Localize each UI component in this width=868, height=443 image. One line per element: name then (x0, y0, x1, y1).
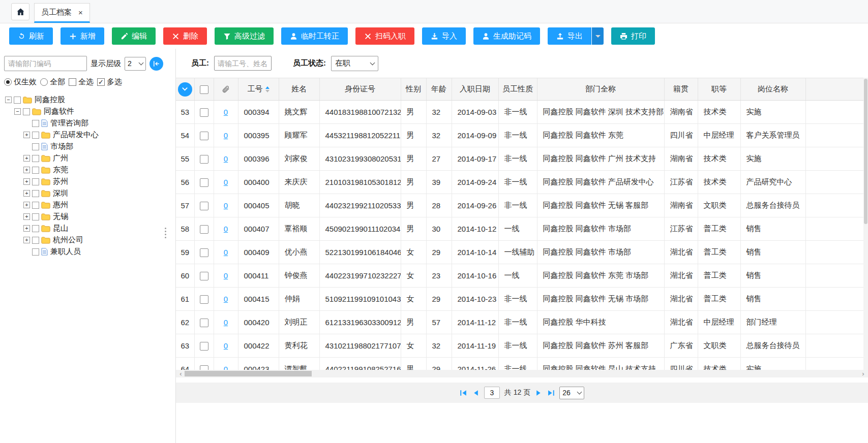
attachment-count-link[interactable]: 0 (224, 201, 228, 210)
export-button-dropdown[interactable] (592, 27, 604, 45)
level-select[interactable]: 2 (125, 57, 146, 71)
horizontal-scrollbar[interactable]: ‹ › (176, 370, 868, 377)
row-checkbox[interactable] (200, 132, 208, 140)
collapse-sidebar-button[interactable] (149, 57, 163, 71)
row-checkbox[interactable] (200, 342, 208, 351)
column-header-8[interactable]: 籍贯 (664, 78, 698, 101)
expand-toggle-icon[interactable]: + (23, 167, 30, 173)
column-header-4[interactable]: 年龄 (426, 78, 452, 101)
expand-toggle-icon[interactable]: + (23, 178, 30, 185)
expand-toggle-icon[interactable]: + (23, 155, 30, 162)
column-header-7[interactable]: 部门全称 (537, 78, 664, 101)
collapse-toggle-icon[interactable]: − (14, 108, 21, 115)
tree-node[interactable]: +广州 (4, 152, 171, 164)
expand-toggle-icon[interactable]: + (23, 190, 30, 197)
table-row[interactable]: 540000395顾耀军445321198812052211男322014-09… (176, 124, 868, 147)
row-checkbox[interactable] (200, 202, 208, 210)
attachment-count-link[interactable]: 0 (224, 248, 228, 257)
row-checkbox[interactable] (200, 225, 208, 234)
refresh-button[interactable]: 刷新 (9, 27, 53, 45)
row-checkbox[interactable] (200, 178, 208, 187)
tree-node[interactable]: 市场部 (4, 141, 171, 152)
tree-node[interactable]: −同鑫控股 (4, 94, 171, 106)
tree-node-checkbox[interactable] (32, 225, 39, 232)
table-row[interactable]: 640000423谭智麒440221199108252716男292014-11… (176, 358, 868, 370)
attachment-count-link[interactable]: 0 (224, 225, 228, 233)
generate-mnemonic-button[interactable]: 生成助记码 (473, 27, 540, 45)
column-header-6[interactable]: 员工性质 (498, 78, 537, 101)
tree-node[interactable]: +无锡 (4, 211, 171, 223)
employee-search-input[interactable] (214, 56, 272, 71)
row-checkbox[interactable] (200, 319, 208, 327)
tree-node-checkbox[interactable] (32, 202, 39, 209)
all-radio[interactable]: 全部 (40, 77, 65, 87)
expand-toggle-icon[interactable]: + (23, 237, 30, 243)
table-row[interactable]: 530000394姚文辉440183198810072132男322014-09… (176, 101, 868, 124)
tree-node[interactable]: +惠州 (4, 199, 171, 211)
prev-page-button[interactable] (472, 390, 480, 396)
first-page-button[interactable] (460, 390, 467, 396)
expand-toggle-icon[interactable]: + (23, 213, 30, 220)
tree-node[interactable]: +昆山 (4, 223, 171, 234)
sort-icon[interactable] (265, 86, 270, 92)
tree-node[interactable]: +深圳 (4, 187, 171, 199)
select-all-checkbox[interactable]: 全选 (69, 77, 94, 87)
next-page-button[interactable] (535, 390, 543, 396)
table-row[interactable]: 610000415仲娟510921199109101043女292014-10-… (176, 288, 868, 311)
table-row[interactable]: 570000405胡晓440232199211020533男282014-09-… (176, 194, 868, 217)
attachment-count-link[interactable]: 0 (224, 341, 228, 350)
tree-node[interactable]: −同鑫软件 (4, 106, 171, 117)
home-button[interactable] (11, 3, 29, 20)
attachment-count-link[interactable]: 0 (224, 365, 228, 370)
horizontal-scrollbar-thumb[interactable] (185, 371, 312, 376)
attachment-count-link[interactable]: 0 (224, 178, 228, 186)
row-checkbox[interactable] (200, 248, 208, 257)
tree-node[interactable]: +杭州公司 (4, 234, 171, 246)
collapse-toggle-icon[interactable]: − (5, 97, 12, 103)
tree-node[interactable]: +东莞 (4, 164, 171, 176)
attachment-count-link[interactable]: 0 (224, 154, 228, 163)
employee-status-select[interactable]: 在职 (331, 56, 378, 71)
tree-node-checkbox[interactable] (32, 132, 39, 139)
temp-to-regular-button[interactable]: 临时工转正 (281, 27, 348, 45)
import-button[interactable]: 导入 (422, 27, 466, 45)
expand-toggle-icon[interactable]: + (23, 132, 30, 138)
splitter-handle[interactable] (165, 228, 166, 238)
tree-node[interactable]: 管理咨询部 (4, 117, 171, 129)
scroll-left-icon[interactable]: ‹ (177, 370, 185, 377)
tab-employee-archive[interactable]: 员工档案 × (34, 3, 90, 23)
column-header-9[interactable]: 职等 (698, 78, 740, 101)
attachment-count-link[interactable]: 0 (224, 295, 228, 303)
tree-node-checkbox[interactable] (23, 108, 30, 115)
tree-node-checkbox[interactable] (32, 213, 39, 220)
column-header-5[interactable]: 入职日期 (452, 78, 498, 101)
close-icon[interactable]: × (78, 8, 83, 17)
tree-node-checkbox[interactable] (32, 143, 39, 150)
column-header-10[interactable]: 岗位名称 (740, 78, 805, 101)
advanced-filter-button[interactable]: 高级过滤 (215, 27, 274, 45)
vertical-scrollbar-thumb[interactable] (864, 79, 867, 224)
multi-select-checkbox[interactable]: 多选 (97, 77, 122, 87)
attachment-count-link[interactable]: 0 (224, 318, 228, 327)
tree-node[interactable]: +产品研发中心 (4, 129, 171, 141)
tree-node-checkbox[interactable] (32, 190, 39, 197)
print-button[interactable]: 打印 (611, 27, 655, 45)
add-button[interactable]: 新增 (61, 27, 104, 45)
column-header-1[interactable]: 姓名 (279, 78, 319, 101)
tree-node-checkbox[interactable] (32, 178, 39, 185)
row-checkbox[interactable] (200, 365, 208, 370)
row-checkbox[interactable] (200, 295, 208, 304)
column-header-2[interactable]: 身份证号 (319, 78, 401, 101)
active-only-radio[interactable]: 仅生效 (4, 77, 37, 87)
tree-node-checkbox[interactable] (14, 97, 21, 104)
table-row[interactable]: 560000400来庆庆210103198105301812男392014-09… (176, 171, 868, 194)
tree-node-checkbox[interactable] (32, 248, 39, 256)
tree-node-checkbox[interactable] (32, 237, 39, 244)
expand-toggle-icon[interactable]: + (23, 202, 30, 208)
vertical-scrollbar[interactable] (863, 78, 868, 370)
table-row[interactable]: 620000420刘明正612133196303300912男572014-11… (176, 311, 868, 334)
page-number-input[interactable] (484, 387, 500, 399)
scroll-right-icon[interactable]: › (859, 370, 867, 377)
column-header-0[interactable]: 工号 (238, 78, 279, 101)
tree-node-checkbox[interactable] (32, 167, 39, 174)
